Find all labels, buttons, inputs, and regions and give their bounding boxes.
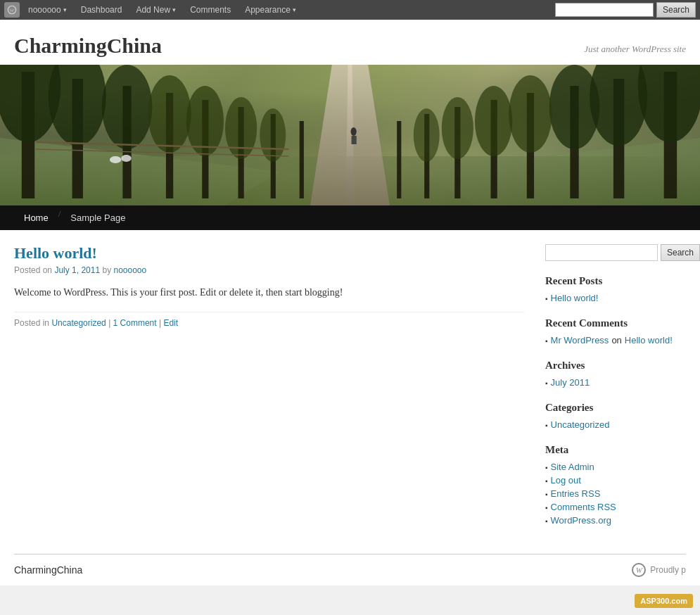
caret-icon: ▾: [172, 6, 176, 13]
footer-proudly: Proudly p: [650, 565, 686, 575]
site-header: CharmingChina Just another WordPress sit…: [0, 20, 700, 65]
svg-rect-19: [300, 121, 304, 198]
svg-point-29: [475, 86, 512, 156]
admin-search-input[interactable]: [555, 3, 654, 17]
site-footer: CharmingChina W Proudly p: [0, 554, 700, 585]
wordpress-icon: W: [632, 563, 646, 577]
list-item: Mr WordPress on Hello world!: [545, 335, 686, 345]
site-container: CharmingChina Just another WordPress sit…: [0, 20, 700, 585]
list-item: Log out: [545, 475, 686, 486]
sidebar-recent-posts-title: Recent Posts: [545, 275, 686, 287]
svg-point-18: [260, 108, 286, 162]
sidebar: Search Recent Posts Hello world! Recent …: [545, 244, 686, 540]
nav-item-sample[interactable]: Sample Page: [61, 205, 135, 230]
svg-point-27: [509, 75, 552, 153]
admin-bar: W noooooo ▾ Dashboard Add New ▾ Comments…: [0, 0, 700, 20]
meta-logout-link[interactable]: Log out: [551, 475, 581, 486]
post-title-link[interactable]: Hello world!: [14, 244, 97, 262]
svg-point-40: [121, 155, 131, 162]
svg-point-39: [110, 156, 121, 163]
footer-site-name: CharmingChina: [14, 564, 82, 576]
svg-point-37: [351, 127, 357, 136]
post-article: Hello world! Posted on July 1, 2011 by n…: [14, 244, 524, 328]
admin-search-wrap: Search: [555, 2, 696, 18]
svg-point-33: [414, 108, 440, 162]
content-wrap: Hello world! Posted on July 1, 2011 by n…: [0, 230, 700, 554]
sidebar-search-form: Search: [545, 244, 686, 261]
sidebar-archives-title: Archives: [545, 360, 686, 372]
svg-point-12: [148, 75, 191, 153]
list-item: Hello world!: [545, 293, 686, 303]
admin-menu-appearance[interactable]: Appearance ▾: [239, 2, 302, 18]
post-category-link[interactable]: Uncategorized: [51, 318, 106, 328]
post-title: Hello world!: [14, 244, 524, 262]
admin-menu-noooooo[interactable]: noooooo ▾: [23, 2, 72, 18]
wp-logo[interactable]: W: [4, 2, 20, 18]
meta-wordpress-org-link[interactable]: WordPress.org: [551, 515, 611, 526]
sidebar-categories-title: Categories: [545, 402, 686, 414]
svg-point-31: [442, 97, 473, 159]
meta-comments-rss-link[interactable]: Comments RSS: [551, 502, 616, 512]
svg-rect-34: [397, 121, 401, 198]
svg-point-16: [225, 97, 257, 159]
recent-post-link[interactable]: Hello world!: [551, 293, 599, 303]
sidebar-categories: Categories Uncategorized: [545, 402, 686, 430]
svg-text:W: W: [10, 8, 15, 13]
svg-point-10: [102, 65, 153, 149]
list-item: July 2011: [545, 377, 686, 388]
post-author-link[interactable]: noooooo: [113, 265, 146, 275]
meta-site-admin-link[interactable]: Site Admin: [551, 462, 594, 472]
admin-menu-addnew[interactable]: Add New ▾: [130, 2, 182, 18]
sidebar-recent-comments-title: Recent Comments: [545, 317, 686, 329]
nav-item-home[interactable]: Home: [14, 205, 58, 230]
comment-author-link[interactable]: Mr WordPress: [551, 335, 609, 345]
post-footer: Posted in Uncategorized | 1 Comment | Ed…: [14, 312, 524, 328]
post-content: Welcome to WordPress. This is your first…: [14, 285, 524, 300]
sidebar-search-input[interactable]: [545, 244, 658, 261]
list-item: Site Admin: [545, 462, 686, 472]
category-link[interactable]: Uncategorized: [551, 419, 610, 430]
caret-icon: ▾: [293, 6, 296, 13]
post-edit-link[interactable]: Edit: [163, 318, 178, 328]
meta-entries-rss-link[interactable]: Entries RSS: [551, 488, 601, 499]
site-title[interactable]: CharmingChina: [14, 34, 162, 58]
sidebar-recent-comments: Recent Comments Mr WordPress on Hello wo…: [545, 317, 686, 345]
site-nav: Home / Sample Page: [0, 205, 700, 230]
post-comment-link[interactable]: 1 Comment: [113, 318, 157, 328]
list-item: Uncategorized: [545, 419, 686, 430]
main-content: Hello world! Posted on July 1, 2011 by n…: [14, 244, 545, 540]
site-tagline: Just another WordPress site: [584, 34, 686, 55]
post-date-link[interactable]: July 1, 2011: [54, 265, 100, 275]
list-item: Comments RSS: [545, 502, 686, 512]
nav-link-sample[interactable]: Sample Page: [61, 205, 135, 230]
post-meta: Posted on July 1, 2011 by noooooo: [14, 265, 524, 275]
sidebar-recent-posts: Recent Posts Hello world!: [545, 275, 686, 303]
sidebar-meta: Meta Site Admin Log out Entries RSS Comm…: [545, 444, 686, 526]
admin-menu-comments[interactable]: Comments: [184, 2, 236, 18]
sidebar-meta-title: Meta: [545, 444, 686, 456]
svg-point-25: [549, 65, 600, 149]
footer-right: W Proudly p: [632, 563, 686, 577]
svg-rect-38: [352, 136, 357, 144]
admin-search-button[interactable]: Search: [656, 2, 696, 18]
comment-post-link[interactable]: Hello world!: [625, 335, 673, 345]
list-item: WordPress.org: [545, 515, 686, 526]
sidebar-archives: Archives July 2011: [545, 360, 686, 388]
caret-icon: ▾: [63, 6, 67, 13]
nav-link-home[interactable]: Home: [14, 205, 58, 230]
hero-image: [0, 65, 700, 205]
archive-link[interactable]: July 2011: [551, 377, 590, 388]
sidebar-search-button[interactable]: Search: [661, 244, 700, 261]
list-item: Entries RSS: [545, 488, 686, 499]
admin-menu-dashboard[interactable]: Dashboard: [75, 2, 128, 18]
